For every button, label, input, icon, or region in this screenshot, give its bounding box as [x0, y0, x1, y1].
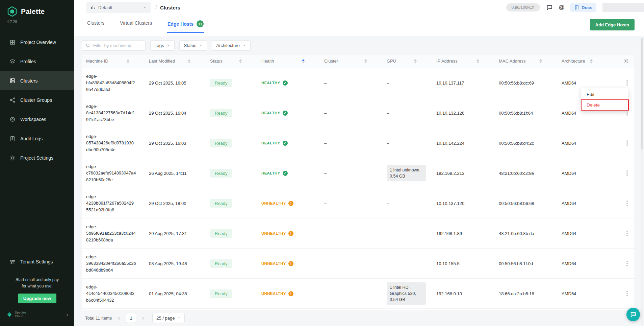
architecture-cell: AMD64 — [558, 80, 608, 86]
docs-button[interactable]: Docs — [570, 3, 596, 12]
search-input[interactable] — [93, 43, 142, 48]
pagination-prev-icon[interactable]: ‹ — [117, 315, 121, 321]
audit-logs-icon — [9, 136, 16, 142]
brand: Palette — [0, 0, 74, 18]
project-selector-value: Default — [98, 5, 112, 10]
status-filter-dropdown[interactable]: Status — [179, 40, 207, 51]
chat-icon[interactable] — [546, 4, 553, 11]
tab-label: Edge Hosts — [168, 21, 194, 27]
filter-bar: Tags Status Architecture — [82, 40, 635, 51]
health-badge: HEALTHY✓ — [261, 141, 288, 146]
sort-icon[interactable] — [414, 59, 417, 63]
app: Palette 4.7.29 Project Overview Profiles… — [0, 0, 644, 326]
table-row[interactable]: edge-bfa83842a83d8405804f29a47ddbafcf 29… — [82, 68, 635, 98]
table-row[interactable]: edge-5b96f691ab253ca3c02448210b608bda 20… — [82, 218, 635, 249]
tags-filter-label: Tags — [155, 43, 164, 48]
sidebar-collapse-icon[interactable]: ‹ — [66, 312, 68, 318]
column-header-gpu[interactable]: GPU — [383, 54, 432, 68]
column-header-status[interactable]: Status — [206, 54, 257, 68]
gpu-cell: 1 Intel HD Graphics 530, 0.54 GB — [383, 282, 432, 305]
table-row[interactable]: edge-4238b891f7267a5024295521a92b3fa8 29… — [82, 188, 635, 218]
table-row[interactable]: edge-857438426ef9d9781930dbe90b705e4e 29… — [82, 128, 635, 158]
sidebar-bottom: Tenant Settings Start small and only pay… — [0, 252, 74, 326]
row-actions-menu-icon[interactable] — [626, 263, 628, 264]
row-actions-menu-icon[interactable] — [626, 142, 628, 144]
architecture-filter-dropdown[interactable]: Architecture — [212, 40, 250, 51]
user-menu[interactable] — [602, 3, 644, 12]
main-area: Default / Clusters 0.86/100kCh @ Docs — [74, 0, 644, 326]
column-header-machine-id[interactable]: Machine ID — [82, 54, 145, 68]
machine-id-search — [82, 40, 146, 51]
table-settings-gear-icon[interactable] — [623, 58, 629, 64]
column-header-health[interactable]: Health — [257, 54, 320, 68]
project-selector[interactable]: Default — [86, 2, 151, 13]
mac-address-cell: 00:50:56:b8:dc:69 — [495, 80, 558, 86]
row-actions-menu-icon[interactable] — [626, 172, 628, 174]
unhealthy-warning-icon: ! — [288, 261, 293, 266]
column-header-ip-address[interactable]: IP Address — [432, 54, 495, 68]
ip-address-cell: 10.10.155.5 — [432, 261, 495, 266]
row-actions-cell — [608, 203, 635, 204]
table-row[interactable]: edge-c76832aefe914893047a48210b60c28e 26… — [82, 158, 635, 188]
table-row[interactable]: edge-8e41384227563a7d14df9f1d1ac73bbe 29… — [82, 98, 635, 128]
menu-item-delete[interactable]: Delete — [581, 100, 628, 110]
sort-icon-ascending[interactable] — [302, 59, 305, 63]
sidebar-item-clusters[interactable]: Clusters — [0, 71, 74, 90]
row-actions-menu-icon[interactable] — [626, 233, 628, 234]
sidebar-item-label: Clusters — [20, 78, 37, 84]
tab-edge-hosts[interactable]: Edge Hosts 11 — [167, 18, 204, 33]
brand-name: Palette — [21, 7, 45, 16]
row-actions-menu-icon[interactable] — [626, 203, 628, 204]
machine-id-cell: edge-857438426ef9d9781930dbe90b705e4e — [82, 133, 145, 153]
machine-id-cell: edge-c76832aefe914893047a48210b60c28e — [82, 163, 145, 183]
sort-icon[interactable] — [188, 59, 190, 63]
column-header-architecture[interactable]: Architecture — [558, 54, 608, 68]
row-actions-menu-icon[interactable] — [626, 293, 628, 294]
sort-icon[interactable] — [476, 59, 479, 63]
page-size-value: 25 / page — [156, 316, 175, 321]
mention-icon[interactable]: @ — [559, 4, 565, 11]
sidebar-item-project-settings[interactable]: Project Settings — [0, 148, 74, 167]
scrollbar-thumb[interactable] — [641, 38, 643, 149]
tags-filter-dropdown[interactable]: Tags — [150, 40, 175, 51]
sort-icon[interactable] — [364, 59, 367, 63]
sort-icon[interactable] — [127, 59, 129, 63]
sidebar-item-tenant-settings[interactable]: Tenant Settings — [0, 252, 74, 271]
sidebar-item-project-overview[interactable]: Project Overview — [0, 32, 74, 52]
menu-item-edit[interactable]: Edit — [581, 89, 628, 100]
sort-icon[interactable] — [539, 59, 542, 63]
column-header-mac-address[interactable]: MAC Address — [495, 54, 558, 68]
help-chat-button[interactable] — [626, 308, 640, 321]
gpu-cell: – — [383, 80, 432, 86]
table-row[interactable]: edge-4c4c4544003450108033b6c04f504432 01… — [82, 279, 635, 309]
column-header-cluster[interactable]: Cluster — [320, 54, 383, 68]
topbar-actions: 0.86/100kCh @ Docs — [506, 3, 644, 12]
row-actions-menu-icon[interactable] — [626, 112, 628, 114]
sidebar-item-audit-logs[interactable]: Audit Logs — [0, 129, 74, 148]
sidebar-item-profiles[interactable]: Profiles — [0, 52, 74, 71]
upgrade-now-button[interactable]: Upgrade now — [18, 294, 56, 303]
row-actions-menu-icon[interactable] — [626, 82, 628, 84]
health-cell: UNHEALTHY! — [257, 231, 320, 236]
vertical-scrollbar[interactable] — [641, 38, 643, 325]
sort-icon[interactable] — [239, 59, 242, 63]
add-edge-hosts-button[interactable]: Add Edge Hosts — [590, 19, 635, 30]
pagination-next-icon[interactable]: › — [141, 315, 146, 321]
tab-label: Virtual Clusters — [120, 20, 152, 26]
page-size-select[interactable]: 25 / page — [152, 313, 185, 323]
pagination-page-button[interactable]: 1 — [126, 313, 136, 323]
sidebar-item-workspaces[interactable]: Workspaces — [0, 110, 74, 129]
table-row[interactable]: edge-396338420e4f260a55c3bbd046db9b64 08… — [82, 249, 635, 279]
sidebar-item-cluster-groups[interactable]: Cluster Groups — [0, 90, 74, 110]
status-badge: Ready — [210, 139, 232, 147]
palette-logo-icon — [7, 6, 18, 17]
sort-icon[interactable] — [590, 59, 593, 63]
gpu-cell: – — [383, 111, 432, 116]
row-actions-cell — [608, 82, 635, 84]
tab-clusters[interactable]: Clusters — [86, 18, 105, 31]
tab-virtual-clusters[interactable]: Virtual Clusters — [119, 18, 153, 31]
health-badge: HEALTHY✓ — [261, 80, 288, 86]
column-header-last-modified[interactable]: Last Modified — [145, 54, 206, 68]
chat-bubble-icon — [630, 311, 637, 318]
row-actions-cell — [608, 172, 635, 174]
